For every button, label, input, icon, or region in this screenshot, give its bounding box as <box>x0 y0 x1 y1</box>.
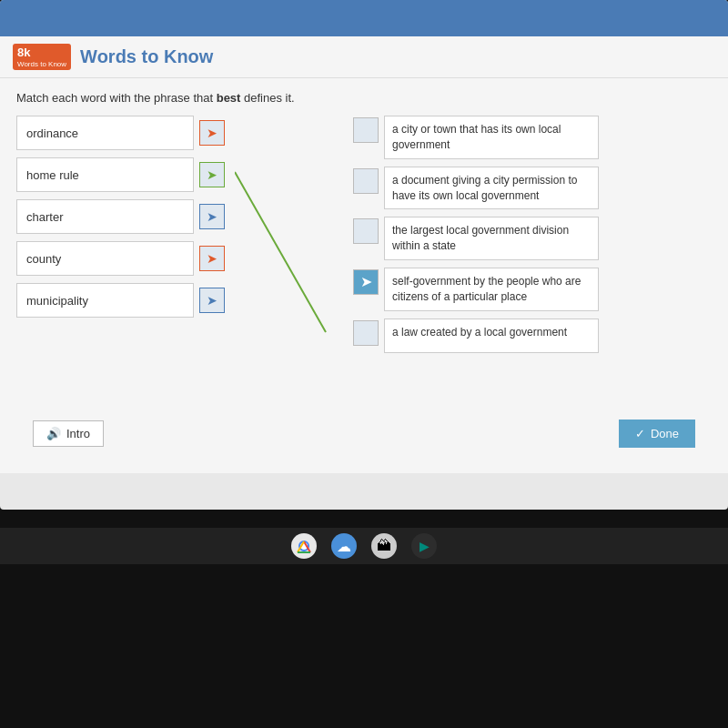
screen: 8k Words to Know Words to Know Match eac… <box>0 0 728 510</box>
done-button[interactable]: ✓ Done <box>619 420 695 448</box>
list-item: a city or town that has its own local go… <box>353 116 599 159</box>
list-item: home rule ➤ <box>16 157 235 192</box>
def-box-4: self-government by the people who are ci… <box>384 268 599 311</box>
chrome-icon[interactable] <box>291 533 317 559</box>
word-ordinance: ordinance <box>16 116 194 150</box>
list-item: the largest local government division wi… <box>353 217 599 260</box>
photo-icon[interactable]: 🏔 <box>371 533 397 559</box>
matching-area: ordinance ➤ home rule ➤ charter ➤ <box>16 116 712 389</box>
list-item: ➤ self-government by the people who are … <box>353 268 599 311</box>
speaker-icon: 🔊 <box>46 427 61 440</box>
word-charter: charter <box>16 199 194 234</box>
footer: 🔊 Intro ✓ Done <box>16 407 712 460</box>
def-checkbox-3[interactable] <box>353 218 379 244</box>
logo-sub: Words to Know <box>17 60 66 69</box>
meet-icon[interactable]: ▶ <box>411 533 437 559</box>
bottom-dark <box>0 564 728 728</box>
word-county: county <box>16 241 194 276</box>
arrow-btn-ordinance[interactable]: ➤ <box>199 120 225 146</box>
svg-line-0 <box>235 172 326 332</box>
page-title: Words to Know <box>80 46 213 67</box>
top-bar <box>0 0 728 36</box>
words-column: ordinance ➤ home rule ➤ charter ➤ <box>16 116 235 318</box>
intro-button[interactable]: 🔊 Intro <box>33 420 104 447</box>
taskbar: ☁ 🏔 ▶ <box>0 528 728 564</box>
word-home-rule: home rule <box>16 157 194 192</box>
definitions-column: a city or town that has its own local go… <box>353 116 599 352</box>
instructions: Match each word with the phrase that bes… <box>16 91 712 105</box>
connector-lines <box>235 116 344 389</box>
def-box-3: the largest local government division wi… <box>384 217 599 260</box>
def-box-1: a city or town that has its own local go… <box>384 116 599 159</box>
intro-label: Intro <box>66 427 90 440</box>
list-item: a document giving a city permission to h… <box>353 167 599 210</box>
word-municipality: municipality <box>16 283 194 318</box>
cloud-icon[interactable]: ☁ <box>331 533 357 559</box>
def-box-2: a document giving a city permission to h… <box>384 167 599 210</box>
def-checkbox-4[interactable]: ➤ <box>353 269 379 295</box>
logo: 8k Words to Know <box>13 44 71 70</box>
arrow-btn-home-rule[interactable]: ➤ <box>199 162 225 187</box>
logo-text: 8k <box>17 46 30 59</box>
def-checkbox-5[interactable] <box>353 320 379 346</box>
list-item: municipality ➤ <box>16 283 235 318</box>
main-content: Match each word with the phrase that bes… <box>0 78 728 473</box>
list-item: ordinance ➤ <box>16 116 235 150</box>
def-box-5: a law created by a local government <box>384 318 599 353</box>
check-icon: ✓ <box>635 427 645 440</box>
list-item: charter ➤ <box>16 199 235 234</box>
arrow-btn-municipality[interactable]: ➤ <box>199 288 225 313</box>
def-checkbox-1[interactable] <box>353 117 379 143</box>
header: 8k Words to Know Words to Know <box>0 36 728 78</box>
def-checkbox-2[interactable] <box>353 168 379 194</box>
arrow-btn-charter[interactable]: ➤ <box>199 204 225 229</box>
done-label: Done <box>651 427 679 440</box>
list-item: county ➤ <box>16 241 235 276</box>
list-item: a law created by a local government <box>353 318 599 353</box>
arrow-btn-county[interactable]: ➤ <box>199 246 225 271</box>
